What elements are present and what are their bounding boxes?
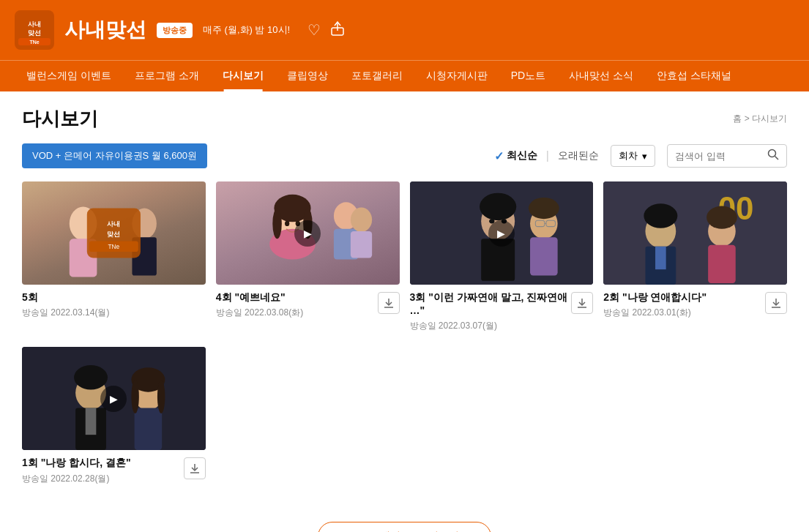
page-title: 다시보기 [22, 106, 98, 132]
nav-item-replay[interactable]: 다시보기 [211, 61, 275, 91]
nav-item-star[interactable]: 안효섭 스타채널 [645, 61, 743, 91]
svg-rect-45 [603, 181, 787, 285]
download-button-ep2[interactable] [765, 292, 787, 314]
video-title-ep5: 5회 [22, 291, 206, 304]
svg-text:맞선: 맞선 [107, 230, 120, 238]
video-info-ep3: 3회 "이런 가짜연애 말고, 진짜연애 …" 방송일 2022.03.07(월… [410, 291, 594, 332]
video-date-ep2: 방송일 2022.03.01(화) [603, 307, 765, 319]
svg-point-39 [528, 198, 559, 219]
video-card-ep5[interactable]: 사내 맞선 TNe 5회 방송일 2022.03.14(월) [22, 181, 206, 332]
svg-point-53 [707, 206, 737, 228]
vod-subscription-button[interactable]: VOD + 은메어 자유이용권S 월 6,600원 [22, 143, 207, 168]
video-text-ep1: 1회 "나랑 합시다, 결혼" 방송일 2022.02.28(월) [22, 456, 184, 484]
sort-search-area: ✓ 최신순 | 오래된순 회차 ▾ [494, 144, 787, 168]
video-date-ep5: 방송일 2022.03.14(월) [22, 307, 206, 319]
video-info-ep5: 5회 방송일 2022.03.14(월) [22, 291, 206, 319]
video-card-ep2[interactable]: 00 2회 "나랑 연애합시다" [603, 181, 787, 332]
sort-divider: | [546, 149, 549, 162]
footer-vod-row: AllVOD 에서 VOD 더보기! › [22, 507, 787, 532]
video-card-ep3[interactable]: ▶ 3회 "이런 가짜연애 말고, 진짜연애 …" 방송일 2022.03.07… [410, 181, 594, 332]
page-header: 사내 맞선 TNe 사내맞선 방송중 매주 (월,화) 밤 10시! ♡ [0, 0, 809, 60]
svg-point-65 [157, 380, 165, 413]
nav-item-event[interactable]: 밸런스게임 이벤트 [15, 61, 123, 91]
svg-text:TNe: TNe [29, 40, 39, 45]
video-text-ep2: 2회 "나랑 연애합시다" 방송일 2022.03.01(화) [603, 291, 765, 319]
svg-line-8 [775, 157, 779, 160]
video-card-ep1[interactable]: ▶ 1회 "나랑 합시다, 결혼" 방송일 2022.02.28(월) [22, 347, 206, 484]
video-title-ep2: 2회 "나랑 연애합시다" [603, 291, 765, 304]
video-date-ep3: 방송일 2022.03.07(월) [410, 320, 572, 332]
empty-col-2 [410, 347, 594, 484]
video-date-ep1: 방송일 2022.02.28(월) [22, 473, 184, 485]
video-info-ep1: 1회 "나랑 합시다, 결혼" 방송일 2022.02.28(월) [22, 456, 206, 484]
nav-item-pdnote[interactable]: PD노트 [499, 61, 557, 91]
video-thumb-ep5: 사내 맞선 TNe [22, 181, 206, 285]
video-title-ep1: 1회 "나랑 합시다, 결혼" [22, 456, 184, 469]
video-grid-row1: 사내 맞선 TNe 5회 방송일 2022.03.14(월) [22, 181, 787, 332]
nav-item-clips[interactable]: 클립영상 [275, 61, 340, 91]
video-thumb-ep2: 00 [603, 181, 787, 285]
nav-item-gallery[interactable]: 포토갤러리 [340, 61, 414, 91]
video-date-ep4: 방송일 2022.03.08(화) [216, 307, 378, 319]
video-info-ep2: 2회 "나랑 연애합시다" 방송일 2022.03.01(화) [603, 291, 787, 319]
sort-oldest[interactable]: 오래된순 [558, 149, 599, 162]
video-grid-row2: ▶ 1회 "나랑 합시다, 결혼" 방송일 2022.02.28(월) [22, 347, 787, 484]
share-icon[interactable] [329, 20, 346, 40]
svg-point-60 [74, 365, 108, 389]
video-thumb-ep4: ▶ [216, 181, 400, 285]
video-thumb-ep1: ▶ [22, 347, 206, 450]
svg-point-21 [272, 209, 282, 239]
caret-icon: ▾ [642, 151, 647, 162]
svg-point-7 [769, 150, 776, 157]
svg-point-49 [644, 203, 678, 228]
sort-options: ✓ 최신순 | 오래된순 [494, 149, 599, 163]
sort-newest[interactable]: ✓ 최신순 [494, 149, 537, 163]
broadcast-schedule: 매주 (월,화) 밤 10시! [203, 23, 290, 37]
svg-rect-50 [655, 247, 666, 269]
main-content: 다시보기 홈 > 다시보기 VOD + 은메어 자유이용권S 월 6,600원 … [0, 91, 809, 532]
search-box [667, 144, 787, 168]
search-input[interactable] [675, 151, 763, 162]
svg-text:사내: 사내 [107, 220, 120, 228]
svg-point-34 [480, 193, 516, 221]
svg-rect-52 [708, 245, 736, 283]
page-title-row: 다시보기 홈 > 다시보기 [22, 106, 787, 132]
svg-text:맞선: 맞선 [28, 29, 41, 37]
video-thumb-ep3: ▶ [410, 181, 594, 285]
breadcrumb: 홈 > 다시보기 [733, 113, 787, 125]
play-button-ep4[interactable]: ▶ [294, 220, 321, 247]
svg-rect-62 [135, 408, 163, 450]
play-button-ep1[interactable]: ▶ [100, 386, 127, 412]
download-button-ep1[interactable] [184, 457, 206, 479]
download-button-ep4[interactable] [378, 292, 400, 314]
empty-col-1 [216, 347, 400, 484]
check-icon: ✓ [494, 149, 504, 163]
svg-rect-59 [86, 408, 97, 435]
video-title-ep3: 3회 "이런 가짜연애 말고, 진짜연애 …" [410, 291, 572, 317]
svg-rect-38 [530, 237, 558, 275]
video-text-ep4: 4회 "예쁘네요" 방송일 2022.03.08(화) [216, 291, 378, 319]
video-text-ep3: 3회 "이런 가짜연애 말고, 진짜연애 …" 방송일 2022.03.07(월… [410, 291, 572, 332]
svg-text:TNe: TNe [108, 243, 119, 250]
logo-inner: 사내 맞선 TNe [16, 12, 53, 48]
video-card-ep4[interactable]: ▶ 4회 "예쁘네요" 방송일 2022.03.08(화) [216, 181, 400, 332]
svg-rect-28 [351, 231, 372, 258]
play-button-ep3[interactable]: ▶ [488, 220, 515, 247]
svg-point-64 [131, 380, 138, 413]
show-logo: 사내 맞선 TNe [15, 10, 54, 50]
main-nav: 밸런스게임 이벤트 프로그램 소개 다시보기 클립영상 포토갤러리 시청자게시판… [0, 60, 809, 91]
allvod-rest-label: 에서 VOD 더보기! › [380, 530, 469, 532]
controls-row: VOD + 은메어 자유이용권S 월 6,600원 ✓ 최신순 | 오래된순 회… [22, 143, 787, 168]
episode-filter[interactable]: 회차 ▾ [611, 145, 655, 167]
download-button-ep3[interactable] [571, 292, 593, 314]
nav-item-news[interactable]: 사내맞선 소식 [557, 61, 645, 91]
allvod-more-button[interactable]: AllVOD 에서 VOD 더보기! › [318, 522, 491, 532]
empty-col-3 [603, 347, 787, 484]
header-actions: ♡ [307, 20, 346, 40]
nav-item-intro[interactable]: 프로그램 소개 [123, 61, 211, 91]
nav-item-board[interactable]: 시청자게시판 [414, 61, 499, 91]
svg-text:사내: 사내 [28, 20, 41, 28]
search-icon[interactable] [767, 149, 779, 163]
like-icon[interactable]: ♡ [307, 21, 321, 39]
video-title-ep4: 4회 "예쁘네요" [216, 291, 378, 304]
